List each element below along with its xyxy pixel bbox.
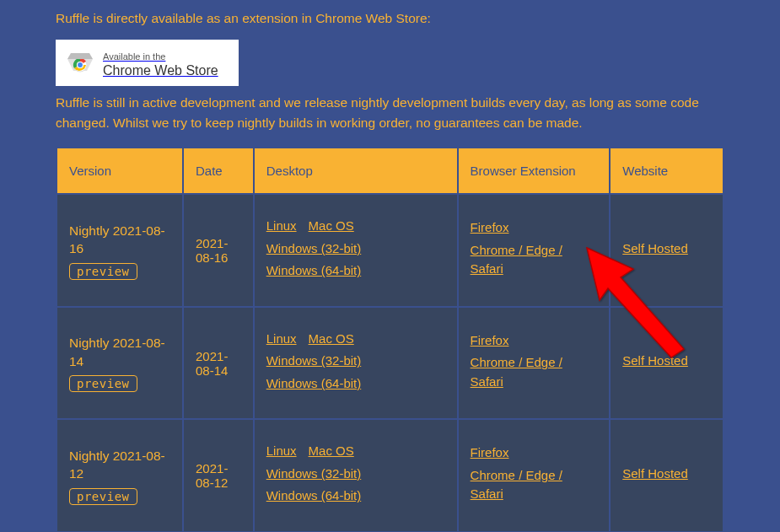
link-windows-64[interactable]: Windows (64-bit) bbox=[266, 374, 362, 394]
table-row: Nightly 2021-08-12preview2021-08-12Linux… bbox=[57, 420, 723, 531]
preview-button[interactable]: preview bbox=[69, 263, 137, 280]
chrome-badge-text: Available in the Chrome Web Store bbox=[103, 48, 218, 78]
date-cell: 2021-08-14 bbox=[184, 308, 253, 419]
chrome-store-icon bbox=[66, 49, 94, 78]
date-cell: 2021-08-12 bbox=[184, 420, 253, 531]
link-chrome-edge-safari[interactable]: Chrome / Edge / Safari bbox=[471, 241, 586, 279]
header-date: Date bbox=[184, 148, 253, 193]
link-self-hosted[interactable]: Self Hosted bbox=[622, 465, 688, 484]
header-extension: Browser Extension bbox=[459, 148, 610, 193]
link-windows-64[interactable]: Windows (64-bit) bbox=[266, 261, 362, 281]
preview-button[interactable]: preview bbox=[69, 488, 137, 505]
link-macos[interactable]: Mac OS bbox=[309, 330, 354, 349]
link-macos[interactable]: Mac OS bbox=[309, 217, 354, 236]
preview-button[interactable]: preview bbox=[69, 375, 137, 392]
link-firefox[interactable]: Firefox bbox=[471, 443, 509, 463]
table-row: Nightly 2021-08-14preview2021-08-14Linux… bbox=[57, 308, 723, 419]
header-website: Website bbox=[611, 148, 723, 193]
link-windows-64[interactable]: Windows (64-bit) bbox=[266, 486, 362, 506]
header-desktop: Desktop bbox=[255, 148, 457, 193]
date-cell: 2021-08-16 bbox=[184, 195, 253, 306]
link-chrome-edge-safari[interactable]: Chrome / Edge / Safari bbox=[471, 353, 586, 391]
link-windows-32[interactable]: Windows (32-bit) bbox=[266, 465, 362, 484]
intro-text: Ruffle is directly available as an exten… bbox=[56, 0, 724, 28]
chrome-web-store-badge[interactable]: Available in the Chrome Web Store bbox=[56, 40, 239, 86]
link-linux[interactable]: Linux bbox=[266, 330, 297, 349]
version-name: Nightly 2021-08-16 bbox=[69, 222, 170, 258]
link-windows-32[interactable]: Windows (32-bit) bbox=[266, 239, 362, 259]
link-self-hosted[interactable]: Self Hosted bbox=[622, 352, 688, 371]
version-name: Nightly 2021-08-12 bbox=[69, 447, 170, 483]
link-windows-32[interactable]: Windows (32-bit) bbox=[266, 352, 362, 371]
link-linux[interactable]: Linux bbox=[266, 217, 297, 236]
link-firefox[interactable]: Firefox bbox=[471, 331, 509, 351]
header-version: Version bbox=[57, 148, 182, 193]
link-macos[interactable]: Mac OS bbox=[309, 442, 354, 461]
version-name: Nightly 2021-08-14 bbox=[69, 334, 170, 370]
link-self-hosted[interactable]: Self Hosted bbox=[622, 239, 688, 259]
table-row: Nightly 2021-08-16preview2021-08-16Linux… bbox=[57, 195, 723, 306]
link-firefox[interactable]: Firefox bbox=[471, 218, 509, 238]
release-note-text: Ruffle is still in active development an… bbox=[56, 93, 724, 133]
downloads-table: Version Date Desktop Browser Extension W… bbox=[56, 147, 724, 532]
link-linux[interactable]: Linux bbox=[266, 442, 297, 461]
link-chrome-edge-safari[interactable]: Chrome / Edge / Safari bbox=[471, 466, 586, 504]
